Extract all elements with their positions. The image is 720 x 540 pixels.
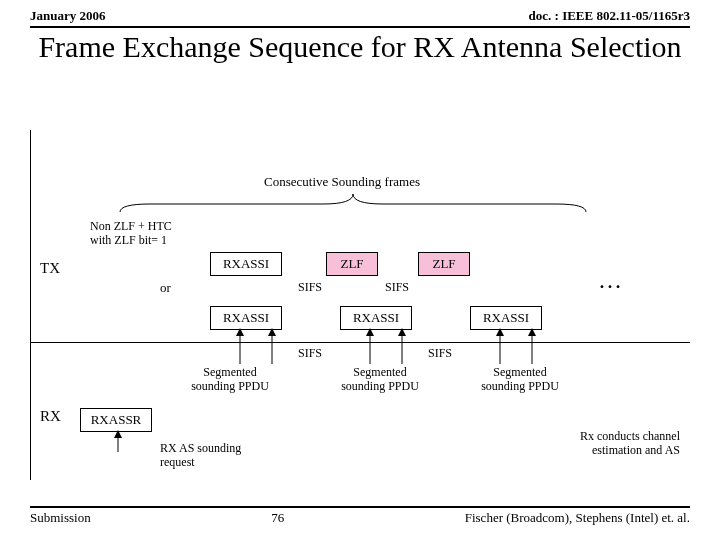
- frame-rxassi-c: RXASSI: [470, 306, 542, 330]
- label-segppdu-b: Segmented sounding PPDU: [320, 366, 440, 394]
- footer-right: Fischer (Broadcom), Stephens (Intel) et.…: [465, 510, 690, 526]
- brace-consecutive: [120, 192, 586, 214]
- arrow-seg-c: [490, 328, 510, 370]
- svg-marker-5: [366, 328, 374, 336]
- label-rxconducts: Rx conducts channel estimation and AS: [520, 430, 680, 458]
- svg-marker-9: [496, 328, 504, 336]
- frame-rxassr: RXASSR: [80, 408, 152, 432]
- svg-marker-7: [398, 328, 406, 336]
- svg-marker-1: [236, 328, 244, 336]
- svg-marker-3: [268, 328, 276, 336]
- footer-slide: 76: [271, 510, 284, 526]
- label-segppdu-a: Segmented sounding PPDU: [170, 366, 290, 394]
- label-rxreq: RX AS sounding request: [160, 442, 241, 470]
- label-sifs-row2-2: SIFS: [428, 346, 452, 361]
- label-sifs-tx2: SIFS: [385, 280, 409, 295]
- svg-marker-13: [114, 430, 122, 438]
- footer-left: Submission: [30, 510, 91, 526]
- label-nonzlf: Non ZLF + HTC with ZLF bit= 1: [90, 220, 172, 248]
- timeline-y-axis: [30, 130, 31, 480]
- arrow-seg-a: [230, 328, 250, 370]
- label-sifs-row2-1: SIFS: [298, 346, 322, 361]
- frame-rxassi-a: RXASSI: [210, 306, 282, 330]
- label-nonzlf-l1: Non ZLF + HTC: [90, 220, 172, 234]
- svg-marker-11: [528, 328, 536, 336]
- page-title: Frame Exchange Sequence for RX Antenna S…: [30, 30, 690, 65]
- frame-rxassi-b: RXASSI: [340, 306, 412, 330]
- arrow-seg-b: [360, 328, 380, 370]
- label-segppdu-c: Segmented sounding PPDU: [460, 366, 580, 394]
- label-consecutive: Consecutive Sounding frames: [264, 174, 420, 190]
- arrow-seg-a2: [262, 328, 282, 370]
- label-or: or: [160, 280, 171, 296]
- label-ellipsis: …: [598, 268, 625, 292]
- frame-zlf-2: ZLF: [418, 252, 470, 276]
- role-tx: TX: [40, 260, 60, 277]
- arrow-seg-b2: [392, 328, 412, 370]
- header-date: January 2006: [30, 8, 105, 24]
- role-rx: RX: [40, 408, 61, 425]
- arrow-rxassr: [108, 430, 128, 458]
- diagram: TX RX Consecutive Sounding frames Non ZL…: [30, 130, 690, 480]
- header-docref: doc. : IEEE 802.11-05/1165r3: [529, 8, 690, 24]
- frame-zlf-1: ZLF: [326, 252, 378, 276]
- arrow-seg-c2: [522, 328, 542, 370]
- label-sifs-tx1: SIFS: [298, 280, 322, 295]
- label-nonzlf-l2: with ZLF bit= 1: [90, 234, 172, 248]
- frame-rxassi-top: RXASSI: [210, 252, 282, 276]
